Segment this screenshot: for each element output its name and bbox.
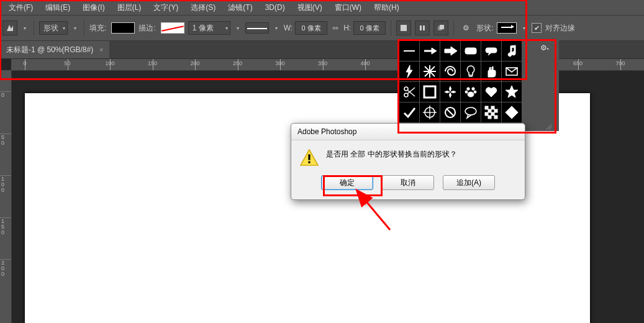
shape-star[interactable] [502,82,522,102]
custom-shapes-panel [397,39,559,131]
shape-diamond[interactable] [502,102,522,122]
shape-checker[interactable] [481,102,501,122]
path-op-icon[interactable] [396,20,411,35]
menu-text[interactable]: 文字(Y) [150,1,182,14]
shapes-panel-resize-handle[interactable] [545,122,553,129]
path-align-icon[interactable] [415,20,430,35]
svg-rect-30 [485,106,488,109]
ruler-tick-label: 100 [105,60,114,66]
cancel-button[interactable]: 取消 [382,175,434,190]
menu-help[interactable]: 帮助(H) [370,1,403,14]
shape-arrow-2[interactable] [440,41,460,61]
tab-close-icon[interactable]: × [99,47,103,53]
shape-mode-chevron[interactable]: ▾ [71,21,79,35]
shape-registration[interactable] [420,102,440,122]
h-label: H: [343,24,351,32]
stroke-style[interactable] [245,22,269,34]
ok-button[interactable]: 确定 [321,175,373,190]
shapes-panel-menu-icon[interactable]: ⚙▸ [537,42,552,53]
shape-fleur[interactable] [440,82,460,102]
options-bar: ▾ 形状 ▾ 填充: 描边: 1 像素 ▾ ▾ W: ⇔ H: ⚙ 形状: ▾ … [0,16,644,41]
gear-icon[interactable]: ⚙ [459,21,473,35]
shape-music-note[interactable] [502,41,522,61]
menu-select[interactable]: 选择(S) [187,1,219,14]
svg-point-29 [465,107,476,115]
shape-picker-chevron[interactable]: ▾ [520,21,528,35]
height-input[interactable] [353,21,386,35]
menu-edit[interactable]: 编辑(E) [42,1,74,14]
ruler-tick-label: 650 [573,60,583,66]
path-arrange-icon[interactable] [433,20,448,35]
stroke-style-chevron[interactable]: ▾ [273,21,280,35]
svg-rect-34 [485,112,488,116]
shape-starburst[interactable] [420,61,440,81]
dialog-title: Adobe Photoshop [297,127,356,136]
svg-rect-7 [465,48,476,54]
shapes-panel-chevron[interactable]: ▸ [523,40,530,50]
shape-line[interactable] [399,41,419,61]
w-label: W: [284,24,293,32]
width-input[interactable] [295,21,327,35]
ruler-tick-label: 150 [148,60,157,66]
shape-mode-dropdown[interactable]: 形状 [39,21,68,35]
fill-swatch[interactable] [111,22,135,34]
shape-check[interactable] [399,102,419,122]
confirm-dialog: Adobe Photoshop 是否用 全部 中的形状替换当前的形状？ 确定 取… [291,123,525,200]
svg-rect-37 [494,116,497,119]
dialog-titlebar[interactable]: Adobe Photoshop [291,124,525,140]
shape-bulb[interactable] [461,61,481,81]
svg-rect-39 [308,154,310,160]
shape-mode-label: 形状 [43,23,58,34]
ruler-tick-label: 350 [318,60,327,66]
menu-file[interactable]: 文件(F) [5,1,37,14]
ruler-tick-label: 250 [233,60,242,66]
menu-bar: 文件(F) 编辑(E) 图像(I) 图层(L) 文字(Y) 选择(S) 滤镜(T… [0,0,644,16]
align-edges-checkbox[interactable]: ✔ [532,23,542,33]
svg-point-23 [468,92,474,97]
svg-rect-4 [440,25,444,29]
document-tab[interactable]: 未标题-1 @ 50%(RGB/8#) × [0,41,109,58]
svg-rect-36 [488,116,491,119]
ruler-tick-label: 200 [1,260,4,277]
svg-rect-1 [420,25,422,30]
shape-speech[interactable] [461,102,481,122]
shape-scissors[interactable] [399,82,419,102]
shape-frame[interactable] [420,82,440,102]
shape-talk-cloud[interactable] [481,41,501,61]
shape-bolt[interactable] [399,61,419,81]
svg-point-21 [465,91,468,93]
shape-dropdown-label: 形状: [476,23,493,34]
shape-arrow-1[interactable] [420,41,440,61]
stroke-width-dropdown[interactable]: 1 像素 [188,21,230,35]
shape-spiral[interactable] [440,61,460,81]
menu-window[interactable]: 窗口(W) [331,1,365,14]
ruler-tick-label: 150 [1,219,4,235]
menu-image[interactable]: 图像(I) [79,1,108,14]
shape-paw[interactable] [461,82,481,102]
svg-point-19 [467,88,469,90]
menu-view[interactable]: 视图(V) [294,1,326,14]
svg-rect-35 [491,112,494,116]
append-button[interactable]: 追加(A) [443,175,495,190]
ruler-vertical: 050100150200 [0,70,12,323]
tool-preset-dropdown[interactable]: ▾ [21,21,29,35]
svg-point-20 [472,88,474,90]
stroke-swatch[interactable] [161,22,184,34]
shape-rounded-rect[interactable] [461,41,481,61]
svg-rect-40 [308,162,310,163]
menu-layer[interactable]: 图层(L) [114,1,145,14]
shape-picker-swatch[interactable] [497,22,517,34]
menu-filter[interactable]: 滤镜(T) [224,1,256,14]
shape-envelope[interactable] [502,61,522,81]
link-wh-icon[interactable]: ⇔ [331,24,340,32]
svg-rect-32 [488,109,491,112]
menu-3d[interactable]: 3D(D) [261,2,289,13]
stroke-width-chevron[interactable]: ▾ [234,21,242,35]
ruler-tick-label: 400 [360,60,370,66]
dialog-message: 是否用 全部 中的形状替换当前的形状？ [326,149,516,166]
tool-preset-icon[interactable] [2,20,17,35]
svg-rect-2 [423,25,425,30]
shape-hand[interactable] [481,61,501,81]
shape-no-sign[interactable] [440,102,460,122]
shape-heart[interactable] [481,82,501,102]
